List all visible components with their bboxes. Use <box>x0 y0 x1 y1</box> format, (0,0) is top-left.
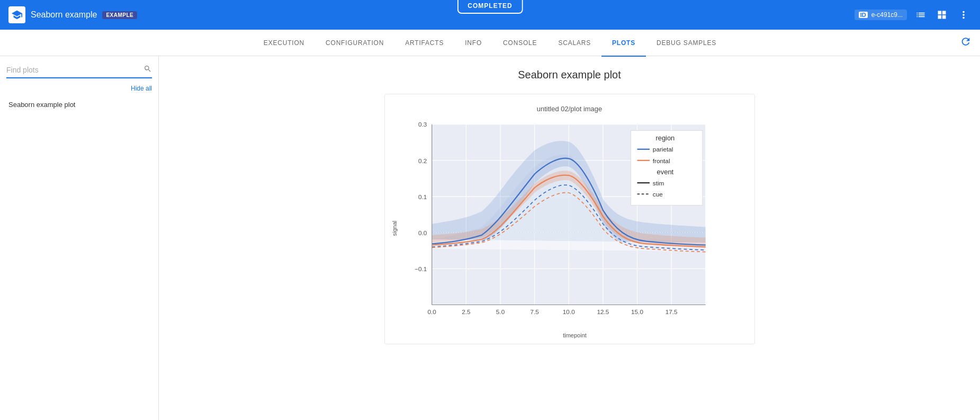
plot-container: untitled 02/plot image signal <box>384 94 755 344</box>
svg-text:12.5: 12.5 <box>597 308 609 315</box>
svg-text:event: event <box>657 168 673 176</box>
tab-configuration[interactable]: CONFIGURATION <box>315 30 394 57</box>
svg-text:7.5: 7.5 <box>530 308 539 315</box>
svg-text:0.2: 0.2 <box>418 157 427 164</box>
chart-inner: 0.3 0.2 0.1 0.0 −0.1 0.0 2.5 5.0 7.5 10.… <box>401 118 749 338</box>
svg-text:10.0: 10.0 <box>562 308 574 315</box>
svg-text:frontal: frontal <box>652 157 670 164</box>
svg-text:stim: stim <box>652 180 664 186</box>
id-value: e-c491c9... <box>871 11 903 19</box>
sidebar-item-seaborn[interactable]: Seaborn example plot <box>6 97 152 112</box>
nav-tabs: EXECUTION CONFIGURATION ARTIFACTS INFO C… <box>0 30 980 56</box>
main-content: Hide all Seaborn example plot Seaborn ex… <box>0 56 980 420</box>
svg-text:−0.1: −0.1 <box>415 265 427 272</box>
nav-tabs-container: EXECUTION CONFIGURATION ARTIFACTS INFO C… <box>0 30 980 56</box>
app-title: Seaborn example <box>31 10 97 20</box>
svg-text:cue: cue <box>652 191 662 198</box>
plot-title: Seaborn example plot <box>518 69 621 81</box>
svg-text:0.0: 0.0 <box>418 229 427 236</box>
svg-text:region: region <box>655 134 675 142</box>
tab-info[interactable]: INFO <box>454 30 492 57</box>
sidebar: Hide all Seaborn example plot <box>0 56 159 420</box>
tab-scalars[interactable]: SCALARS <box>547 30 601 57</box>
svg-text:17.5: 17.5 <box>665 308 677 315</box>
top-bar-right: ID e-c491c9... <box>855 7 972 23</box>
top-bar: Seaborn example EXAMPLE COMPLETED ID e-c… <box>0 0 980 30</box>
search-input[interactable] <box>6 66 143 74</box>
svg-text:2.5: 2.5 <box>462 308 471 315</box>
list-icon-button[interactable] <box>913 7 928 22</box>
svg-text:parietal: parietal <box>652 146 673 153</box>
svg-text:0.0: 0.0 <box>427 308 436 315</box>
completed-badge: COMPLETED <box>457 0 523 14</box>
svg-text:0.1: 0.1 <box>418 193 427 200</box>
x-axis-label: timepoint <box>401 332 749 338</box>
chart-svg: 0.3 0.2 0.1 0.0 −0.1 0.0 2.5 5.0 7.5 10.… <box>401 118 749 330</box>
id-chip: ID e-c491c9... <box>855 10 907 20</box>
y-axis-label: signal <box>390 118 399 338</box>
menu-icon-button[interactable] <box>956 7 972 23</box>
tab-debug-samples[interactable]: DEBUG SAMPLES <box>646 30 727 57</box>
app-badge: EXAMPLE <box>102 11 137 19</box>
plot-subtitle: untitled 02/plot image <box>390 105 749 113</box>
id-label: ID <box>859 12 868 18</box>
layout-icon-button[interactable] <box>934 7 949 22</box>
tab-execution[interactable]: EXECUTION <box>253 30 315 57</box>
tab-plots[interactable]: PLOTS <box>601 30 646 57</box>
svg-text:5.0: 5.0 <box>496 308 505 315</box>
tab-console[interactable]: CONSOLE <box>492 30 547 57</box>
hide-all-button[interactable]: Hide all <box>6 85 152 92</box>
search-icon[interactable] <box>143 65 152 75</box>
refresh-icon[interactable] <box>960 36 972 50</box>
plot-area: Seaborn example plot untitled 02/plot im… <box>159 56 980 420</box>
tab-artifacts[interactable]: ARTIFACTS <box>394 30 454 57</box>
search-box <box>6 65 152 78</box>
svg-text:15.0: 15.0 <box>631 308 643 315</box>
app-logo <box>8 6 25 23</box>
svg-text:0.3: 0.3 <box>418 121 427 128</box>
chart-wrap: signal <box>390 118 749 338</box>
